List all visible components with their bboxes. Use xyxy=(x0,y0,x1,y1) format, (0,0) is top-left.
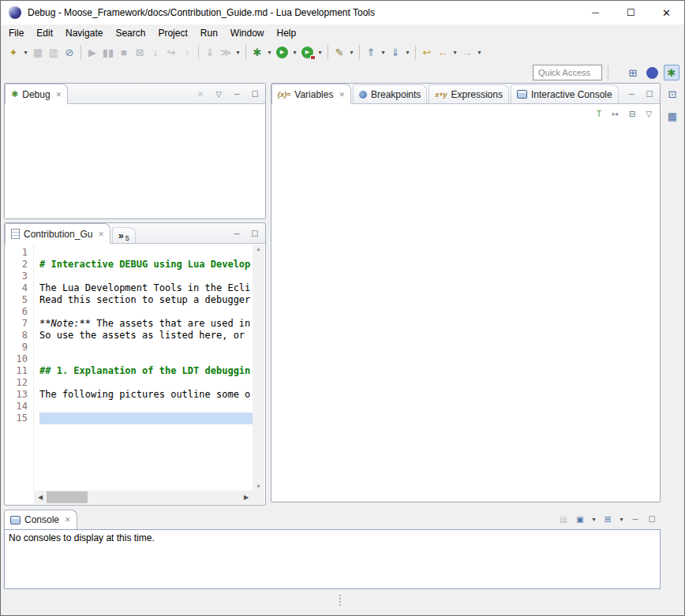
open-console-icon[interactable]: ⊞ xyxy=(601,513,615,525)
text-segment: The assets that are used in xyxy=(91,318,250,329)
next-annotation-dropdown[interactable]: ▾ xyxy=(403,44,412,60)
use-step-filters-dropdown[interactable]: ▾ xyxy=(234,44,242,60)
scroll-up-icon[interactable]: ▲ xyxy=(256,246,261,252)
forward-dropdown[interactable]: ▾ xyxy=(475,44,484,60)
display-selected-console-dropdown[interactable]: ▾ xyxy=(590,513,598,525)
maximize-view-icon[interactable]: ☐ xyxy=(645,513,659,525)
terminate-icon: ■ xyxy=(116,44,132,60)
menu-edit[interactable]: Edit xyxy=(30,25,59,41)
show-type-names-icon[interactable]: T xyxy=(592,107,606,120)
external-tools-icon[interactable]: ▶ xyxy=(301,47,313,58)
editor-tab-overflow[interactable]: »5 xyxy=(112,227,136,243)
editor-line[interactable]: 13The following pictures outline some o xyxy=(6,389,253,401)
close-tab-icon[interactable]: ✕ xyxy=(56,91,62,99)
run-dropdown[interactable]: ▾ xyxy=(290,44,299,60)
minimize-view-icon[interactable]: ─ xyxy=(230,88,244,100)
menu-project[interactable]: Project xyxy=(152,25,193,41)
editor-text-area[interactable]: 12# Interactive DEBUG using Lua Develop3… xyxy=(6,247,253,491)
open-perspective-icon[interactable]: ⊞ xyxy=(625,65,641,80)
menu-run[interactable]: Run xyxy=(194,25,224,41)
editor-line[interactable]: 1 xyxy=(6,247,253,259)
menu-window[interactable]: Window xyxy=(224,25,271,41)
quick-access-box[interactable]: Quick Access xyxy=(533,65,602,80)
maximize-button[interactable]: ☐ xyxy=(613,1,649,24)
tab-expressions[interactable]: x+yExpressions xyxy=(429,84,509,103)
menu-navigate[interactable]: Navigate xyxy=(59,25,109,41)
search-dropdown[interactable]: ▾ xyxy=(347,44,356,60)
close-tab-icon[interactable]: ✕ xyxy=(98,230,104,238)
console-tab-bar: Console ✕ ▤▣▾⊞▾─☐ xyxy=(4,510,661,529)
editor-line[interactable]: 15 xyxy=(6,413,253,424)
restore-minimized-view-icon[interactable]: ⊡ xyxy=(664,86,680,102)
editor-line[interactable]: 14 xyxy=(6,401,253,413)
scroll-down-icon[interactable]: ▼ xyxy=(256,483,261,489)
debug-view-content[interactable] xyxy=(6,105,264,218)
minimize-view-icon[interactable]: ─ xyxy=(230,227,244,240)
tab-variables[interactable]: (x)=Variables✕ xyxy=(271,84,351,104)
editor-line[interactable]: 12 xyxy=(6,377,253,389)
variables-content[interactable]: T↦⊟▽ xyxy=(272,105,659,501)
view-menu-icon[interactable]: ▽ xyxy=(642,107,656,120)
editor-line[interactable]: 9 xyxy=(6,342,253,353)
editor-line[interactable]: 10 xyxy=(6,353,253,365)
debug-view: ✱ Debug ✕ ✕▽─☐ xyxy=(4,83,266,219)
previous-annotation-dropdown[interactable]: ▾ xyxy=(379,44,387,60)
run-icon[interactable]: ▶ xyxy=(276,47,288,58)
editor-line-text xyxy=(39,342,253,353)
tab-breakpoints[interactable]: Breakpoints xyxy=(353,84,427,103)
close-tab-icon[interactable]: ✕ xyxy=(339,91,345,99)
scrollbar-thumb[interactable] xyxy=(47,491,88,503)
debug-dropdown[interactable]: ▾ xyxy=(265,44,274,60)
outline-view-icon[interactable]: ▦ xyxy=(664,108,680,124)
minimize-view-icon[interactable]: ─ xyxy=(624,88,638,100)
menu-file[interactable]: File xyxy=(2,25,30,41)
show-logical-structures-icon[interactable]: ↦ xyxy=(608,107,623,120)
external-tools-dropdown[interactable]: ▾ xyxy=(316,44,324,60)
next-annotation-icon[interactable]: ⇓ xyxy=(387,44,403,60)
skip-all-breakpoints-icon[interactable]: ⊘ xyxy=(62,44,77,60)
horizontal-scrollbar[interactable]: ◀ ▶ xyxy=(34,491,253,504)
tab-debug[interactable]: ✱ Debug ✕ xyxy=(5,84,68,104)
collapse-all-icon[interactable]: ⊟ xyxy=(625,107,639,120)
close-button[interactable]: ✕ xyxy=(649,1,684,24)
scroll-right-icon[interactable]: ▶ xyxy=(240,494,253,501)
tab-console[interactable]: Console ✕ xyxy=(4,510,77,529)
new-wizard-icon[interactable]: ✦ xyxy=(6,44,21,60)
editor-line[interactable]: 4The Lua Development Tools in the Ecli xyxy=(6,282,253,294)
lua-perspective-icon[interactable] xyxy=(646,67,658,79)
search-icon[interactable]: ✎ xyxy=(331,44,347,60)
back-dropdown[interactable]: ▾ xyxy=(451,44,459,60)
new-wizard-dropdown[interactable]: ▾ xyxy=(21,44,30,60)
vertical-scrollbar[interactable]: ▲ ▼ xyxy=(253,245,264,491)
editor-line[interactable]: 8So use the assets as listed here, or xyxy=(6,330,253,342)
editor-line[interactable]: 5Read this section to setup a debugger xyxy=(6,294,253,306)
minimize-button[interactable]: ─ xyxy=(578,1,613,24)
scroll-left-icon[interactable]: ◀ xyxy=(34,494,47,501)
editor-line[interactable]: 6 xyxy=(6,306,253,318)
editor-body[interactable]: 12# Interactive DEBUG using Lua Develop3… xyxy=(6,245,264,504)
sash-grip[interactable] xyxy=(339,595,341,606)
editor-line[interactable]: 7**Note:** The assets that are used in xyxy=(6,318,253,330)
editor-line[interactable]: 2# Interactive DEBUG using Lua Develop xyxy=(6,259,253,271)
maximize-view-icon[interactable]: ☐ xyxy=(248,88,262,100)
debug-perspective-icon[interactable]: ✱ xyxy=(664,65,679,80)
menu-search[interactable]: Search xyxy=(109,25,152,41)
previous-annotation-icon[interactable]: ⇑ xyxy=(363,44,379,60)
tab-contribution-guide[interactable]: Contribution_Gu ✕ xyxy=(5,223,110,244)
maximize-view-icon[interactable]: ☐ xyxy=(642,88,657,100)
open-console-dropdown[interactable]: ▾ xyxy=(617,513,626,525)
maximize-view-icon[interactable]: ☐ xyxy=(248,227,262,240)
debug-icon[interactable]: ✱ xyxy=(249,44,265,60)
editor-line[interactable]: 3 xyxy=(6,271,253,282)
view-menu-icon[interactable]: ▽ xyxy=(211,88,226,100)
menu-help[interactable]: Help xyxy=(271,25,303,41)
console-content[interactable]: No consoles to display at this time. xyxy=(4,529,661,589)
close-tab-icon[interactable]: ✕ xyxy=(65,516,71,524)
tab-interactive-console[interactable]: Interactive Console xyxy=(511,84,619,103)
editor-line-text: The following pictures outline some o xyxy=(39,389,253,401)
minimize-view-icon[interactable]: ─ xyxy=(628,513,642,525)
back-icon[interactable]: ← xyxy=(435,44,451,60)
display-selected-console-icon[interactable]: ▣ xyxy=(573,513,587,525)
last-edit-location-icon[interactable]: ↩ xyxy=(419,44,435,60)
editor-line[interactable]: 11## 1. Explanation of the LDT debuggin xyxy=(6,365,253,377)
